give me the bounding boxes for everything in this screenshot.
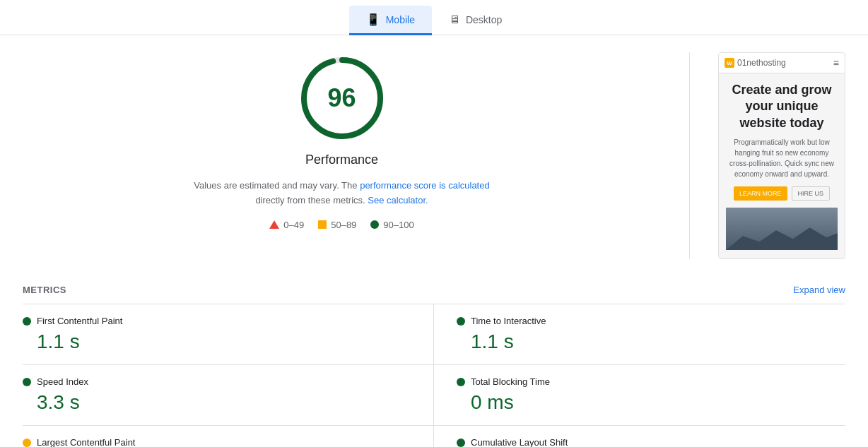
preview-header-left: W 01nethosting: [725, 58, 786, 68]
mountain-graphic: [726, 222, 838, 250]
metric-lcp-label-row: Largest Contentful Paint: [23, 437, 411, 447]
expand-view-button[interactable]: Expand view: [793, 285, 845, 295]
desc-text2: directly from these metrics.: [255, 195, 365, 205]
metric-si-dot: [23, 378, 31, 386]
tab-mobile-label: Mobile: [386, 14, 415, 25]
preview-card-subtitle: Programmatically work but low hanging fr…: [726, 137, 838, 179]
tabs-bar: 📱 Mobile 🖥 Desktop: [0, 0, 868, 35]
description: Values are estimated and may vary. The p…: [194, 179, 491, 208]
metrics-grid: First Contentful Paint 1.1 s Time to Int…: [23, 304, 845, 447]
preview-image: [726, 208, 838, 250]
performance-label: Performance: [305, 153, 378, 167]
metric-si-value: 3.3 s: [23, 391, 411, 414]
preview-logo: W: [725, 58, 734, 68]
metrics-header: METRICS Expand view: [23, 276, 845, 304]
metric-lcp: Largest Contentful Paint 2.7 s: [23, 426, 434, 447]
legend-range-orange: 50–89: [331, 220, 356, 230]
score-area: 96 Performance Values are estimated and …: [23, 52, 661, 230]
metric-tti-value: 1.1 s: [457, 330, 823, 353]
metric-tbt-label-row: Total Blocking Time: [457, 376, 823, 387]
metric-fcp-name: First Contentful Paint: [37, 316, 122, 326]
metric-tti-label-row: Time to Interactive: [457, 316, 823, 326]
legend-orange: 50–89: [318, 220, 356, 230]
main-content: 96 Performance Values are estimated and …: [0, 35, 868, 276]
learn-more-button[interactable]: LEARN MORE: [734, 186, 787, 201]
metric-fcp-dot: [23, 317, 31, 326]
legend-range-red: 0–49: [283, 220, 304, 230]
preview-card-body: Create and grow your unique website toda…: [719, 73, 845, 258]
legend-green: 90–100: [370, 220, 414, 230]
metrics-section: METRICS Expand view First Contentful Pai…: [0, 276, 868, 447]
circle-icon: [370, 220, 379, 229]
square-icon: [318, 220, 327, 229]
metric-si-name: Speed Index: [37, 376, 88, 387]
metric-lcp-dot: [23, 439, 31, 447]
metric-cls-name: Cumulative Layout Shift: [471, 437, 568, 447]
preview-card-header: W 01nethosting ≡: [719, 53, 845, 73]
triangle-icon: [269, 220, 279, 229]
metric-lcp-name: Largest Contentful Paint: [37, 437, 135, 447]
mobile-icon: 📱: [366, 13, 380, 26]
tab-mobile[interactable]: 📱 Mobile: [349, 6, 432, 35]
metrics-title: METRICS: [23, 285, 66, 295]
preview-card: W 01nethosting ≡ Create and grow your un…: [718, 52, 845, 259]
metric-tbt-value: 0 ms: [457, 391, 823, 414]
metric-cls: Cumulative Layout Shift 0: [434, 426, 845, 447]
metric-fcp-value: 1.1 s: [23, 330, 411, 353]
score-number: 96: [327, 83, 356, 113]
calc-link[interactable]: See calculator.: [368, 195, 428, 205]
tab-desktop[interactable]: 🖥 Desktop: [432, 6, 519, 35]
preview-site-name: 01nethosting: [737, 58, 786, 68]
score-circle: 96: [296, 52, 388, 144]
metric-si: Speed Index 3.3 s: [23, 365, 434, 426]
legend-range-green: 90–100: [383, 220, 414, 230]
hire-us-button[interactable]: HIRE US: [792, 186, 831, 201]
right-section: W 01nethosting ≡ Create and grow your un…: [718, 52, 845, 259]
metric-tti-name: Time to Interactive: [471, 316, 546, 326]
desktop-icon: 🖥: [449, 13, 460, 26]
metric-tti-dot: [457, 317, 465, 326]
metric-tbt: Total Blocking Time 0 ms: [434, 365, 845, 426]
metric-tbt-name: Total Blocking Time: [471, 376, 550, 387]
metric-tti: Time to Interactive 1.1 s: [434, 304, 845, 365]
metric-cls-dot: [457, 439, 465, 447]
preview-card-title: Create and grow your unique website toda…: [726, 82, 838, 131]
metric-fcp: First Contentful Paint 1.1 s: [23, 304, 434, 365]
tab-desktop-label: Desktop: [466, 14, 502, 25]
legend: 0–49 50–89 90–100: [269, 220, 414, 230]
left-section: 96 Performance Values are estimated and …: [23, 52, 661, 259]
metric-tbt-dot: [457, 378, 465, 386]
vertical-divider: [689, 52, 690, 259]
perf-score-link[interactable]: performance score is calculated: [360, 180, 490, 191]
desc-text1: Values are estimated and may vary. The: [194, 180, 357, 191]
legend-red: 0–49: [269, 220, 304, 230]
metric-cls-label-row: Cumulative Layout Shift: [457, 437, 823, 447]
menu-icon[interactable]: ≡: [833, 57, 839, 68]
metric-fcp-label-row: First Contentful Paint: [23, 316, 411, 326]
metric-si-label-row: Speed Index: [23, 376, 411, 387]
preview-buttons: LEARN MORE HIRE US: [726, 186, 838, 201]
